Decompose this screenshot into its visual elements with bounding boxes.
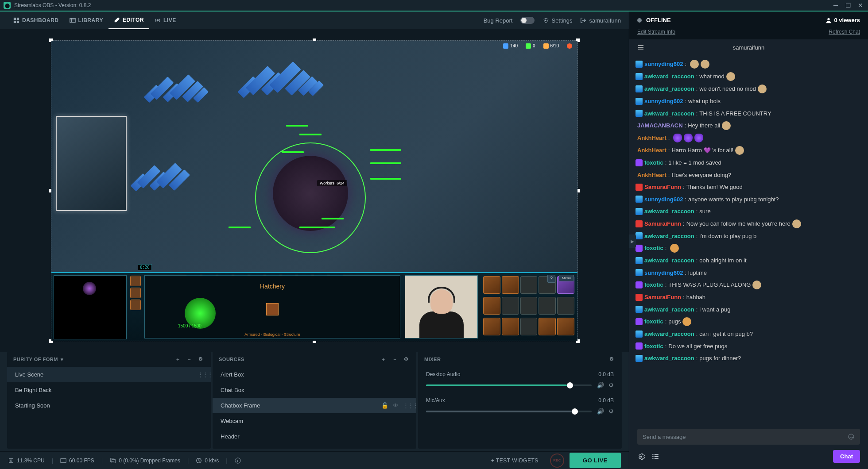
collapse-chat-icon[interactable]: ▶ [629,234,636,248]
night-mode-toggle[interactable] [520,17,535,24]
drag-grip-icon[interactable]: ⋮⋮⋮ [403,402,408,409]
emote-picker-icon[interactable] [848,433,855,440]
svg-point-14 [849,434,854,439]
mixer-settings-icon[interactable]: ⚙ [609,356,616,362]
refresh-chat-link[interactable]: Refresh Chat [829,29,860,35]
chat-username[interactable]: foxotic [644,158,663,167]
preview-area[interactable]: 140 0 6/10 [0,29,629,352]
test-widgets-button[interactable]: + TEST WIDGETS [485,454,545,467]
nav-editor-label: EDITOR [123,17,144,23]
chat-text: hahhah [686,293,705,302]
scene-item[interactable]: Starting Soon [7,398,211,413]
chat-message: sunnyding602: luptime [636,267,862,279]
chat-username[interactable]: JAMACANBACN [637,121,683,130]
chat-username[interactable]: AnkhHeart [637,146,666,155]
mute-icon[interactable]: 🔊 [597,408,604,415]
stream-status-header: OFFLINE 0 viewers [629,12,868,29]
edit-stream-info-link[interactable]: Edit Stream Info [637,29,675,35]
scene-settings-icon[interactable]: ⚙ [198,356,205,362]
chat-username[interactable]: awkward_raccoon [644,207,694,216]
volume-slider[interactable] [426,411,592,412]
drag-grip-icon[interactable]: ⋮⋮⋮ [198,371,203,378]
chat-username[interactable]: foxotic [644,317,663,326]
scene-item[interactable]: Be Right Back [7,382,211,398]
source-item[interactable]: Webcam [213,413,416,429]
chat-message: JAMACANBACN: Hey there all [636,119,862,132]
track-settings-icon[interactable]: ⚙ [608,382,614,388]
chat-username[interactable]: AnkhHeart [637,134,666,142]
source-item[interactable]: Background (delete me) [213,444,416,449]
unit-type: Armored - Biological - Structure [145,332,400,337]
nav-editor[interactable]: EDITOR [108,12,149,29]
chat-username[interactable]: AnkhHeart [637,171,666,180]
chat-badge-icon [636,73,643,80]
chat-badge-icon [636,196,643,203]
emote-icon [792,219,801,228]
chat-text: what mod [699,72,724,81]
user-account-link[interactable]: samuraifunn [580,17,621,24]
chat-username[interactable]: awkward_raccoon [644,72,694,81]
nav-live[interactable]: LIVE [149,12,182,29]
chat-message: awkward_raccoon: what mod [636,70,862,83]
mute-icon[interactable]: 🔊 [597,382,604,388]
source-item[interactable]: Header [213,429,416,444]
nav-library[interactable]: LIBRARY [64,12,108,29]
chat-username[interactable]: SamuraiFunn [644,183,681,192]
chat-username[interactable]: awkward_raccoon [644,109,694,118]
chat-text: what up bois [688,97,721,106]
scene-collection-dropdown[interactable]: PURITY OF FORM ▾ [13,357,63,362]
remove-source-icon[interactable]: － [392,356,399,362]
chat-username[interactable]: foxotic [644,281,663,289]
source-item[interactable]: Chatbox Frame🔓👁⋮⋮⋮ [213,398,416,413]
chat-messages-list[interactable]: sunnyding602: awkward_raccoon: what mod … [629,55,868,423]
send-chat-button[interactable]: Chat [833,450,860,463]
source-item[interactable]: Chat Box [213,382,416,398]
source-item[interactable]: Alert Box [213,367,416,382]
chat-username[interactable]: awkward_raccoon [644,256,694,265]
mixer-level: 0.0 dB [598,397,614,404]
scene-item[interactable]: Live Scene⋮⋮⋮ [7,367,211,382]
chat-message-input[interactable]: Send a message [637,429,860,445]
close-icon[interactable]: ✕ [856,1,864,9]
chat-username[interactable]: awkward_raccoon [644,354,694,363]
maximize-icon[interactable]: ☐ [844,1,852,9]
bug-report-link[interactable]: Bug Report [484,17,513,24]
svg-rect-20 [655,458,659,459]
chat-username[interactable]: sunnyding602 [644,269,683,277]
settings-link[interactable]: Settings [542,17,572,24]
record-button[interactable]: REC [550,454,564,468]
lock-icon[interactable]: 🔓 [381,402,388,409]
chat-username[interactable]: SamuraiFunn [644,219,681,228]
chat-channel-tab[interactable]: samuraifunn [644,44,853,51]
chat-username[interactable]: awkward_raccoon [644,330,694,338]
chat-username[interactable]: awkward_raccoon [644,232,694,241]
gear-icon [542,17,549,23]
info-icon[interactable] [235,457,241,464]
chat-username[interactable]: foxotic [644,342,663,351]
nav-dashboard[interactable]: DASHBOARD [8,12,64,29]
viewer-list-icon[interactable] [651,453,659,461]
visibility-icon[interactable]: 👁 [393,402,399,409]
source-settings-icon[interactable]: ⚙ [404,356,410,362]
emote-icon [694,134,703,142]
scene-collection-name: PURITY OF FORM [13,357,58,362]
chat-username[interactable]: SamuraiFunn [644,293,681,302]
go-live-button[interactable]: GO LIVE [570,453,621,468]
chat-username[interactable]: foxotic [644,244,663,253]
add-source-icon[interactable]: ＋ [381,356,387,362]
chat-settings-icon[interactable] [637,453,645,461]
minimize-icon[interactable]: ─ [832,1,840,9]
preview-canvas[interactable]: 140 0 6/10 [51,40,578,341]
chat-username[interactable]: sunnyding602 [644,60,683,69]
chat-username[interactable]: awkward_raccoon [644,305,694,314]
chat-text: pugs for dinner? [699,354,741,363]
chat-username[interactable]: sunnyding602 [644,195,683,204]
remove-scene-icon[interactable]: － [187,356,193,362]
chat-username[interactable]: awkward_raccoon [644,85,694,93]
rooms-icon[interactable] [637,44,644,51]
track-settings-icon[interactable]: ⚙ [608,408,614,415]
chat-username[interactable]: sunnyding602 [644,97,683,106]
volume-slider[interactable] [426,384,592,386]
minimap [54,275,127,339]
add-scene-icon[interactable]: ＋ [175,356,182,362]
